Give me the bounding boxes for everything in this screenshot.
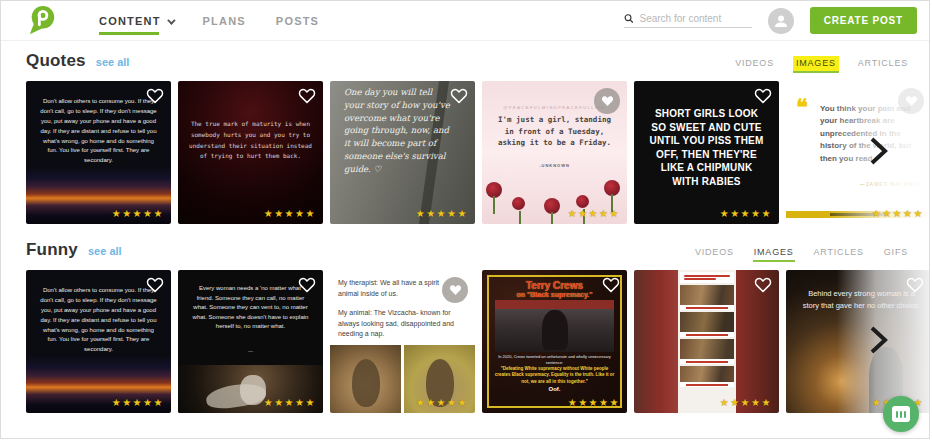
rose-decoration	[576, 195, 589, 208]
filter-articles[interactable]: ARTICLES	[857, 56, 909, 73]
collage-panel	[680, 285, 734, 310]
section-header: Funny see all VIDEOS IMAGES ARTICLES GIF…	[26, 240, 929, 262]
collage-panel	[680, 339, 734, 364]
favorite-heart-icon[interactable]	[442, 277, 468, 303]
app-window: CONTENT PLANS POSTS	[0, 0, 930, 439]
search-input[interactable]	[639, 13, 751, 24]
favorite-heart-icon[interactable]	[146, 88, 164, 108]
star-rating[interactable]: ★★★★★	[416, 397, 468, 408]
card-quote-text: Every woman needs a 'no matter what' fri…	[190, 284, 311, 332]
topbar-right-group: CREATE POST	[624, 7, 917, 34]
favorite-heart-icon[interactable]	[298, 88, 316, 108]
favorite-heart-icon[interactable]	[298, 277, 316, 297]
favorite-heart-icon[interactable]	[146, 277, 164, 297]
meme-title: Terry Crews	[493, 280, 616, 291]
card-attribution: -UNKNOWN	[482, 163, 627, 168]
content-card[interactable]: ★★★★★	[634, 270, 779, 413]
nav-item-plans[interactable]: PLANS	[203, 9, 246, 33]
section-title: Funny	[26, 240, 78, 260]
section-quotes: Quotes see all VIDEOS IMAGES ARTICLES Do…	[1, 51, 929, 224]
star-rating[interactable]: ★★★★★	[264, 397, 316, 408]
star-rating[interactable]: ★★★★★	[872, 208, 924, 219]
meme-subtitle: on "Black supremacy."	[493, 291, 616, 298]
card-photo-left	[330, 345, 401, 413]
content-card[interactable]: The true mark of maturity is when somebo…	[178, 81, 323, 224]
card-quote-text: Don't allow others to consume you. If th…	[38, 97, 159, 166]
filter-videos[interactable]: VIDEOS	[734, 56, 775, 73]
card-quote-text: The true mark of maturity is when somebo…	[188, 119, 313, 162]
meme-body-text: In 2020, Crews tweeted an unfortunate an…	[493, 354, 616, 365]
card-divider: —	[26, 336, 171, 342]
app-logo-icon[interactable]	[27, 5, 57, 37]
filter-gifs[interactable]: GIFS	[883, 245, 909, 262]
rose-decoration	[512, 197, 525, 210]
section-funny: Funny see all VIDEOS IMAGES ARTICLES GIF…	[1, 240, 929, 413]
active-nav-underline	[99, 32, 159, 35]
content-card[interactable]: Don't allow others to consume you. If th…	[26, 270, 171, 413]
top-navigation-bar: CONTENT PLANS POSTS	[1, 1, 929, 41]
favorite-heart-icon[interactable]	[754, 277, 772, 297]
meme-footer-text: Oof.	[493, 386, 616, 392]
star-rating[interactable]: ★★★★★	[720, 208, 772, 219]
search-box	[624, 13, 752, 28]
favorite-heart-icon[interactable]	[754, 88, 772, 108]
content-card[interactable]: SHORT GIRLS LOOK SO SWEET AND CUTE UNTIL…	[634, 81, 779, 224]
chat-launcher-button[interactable]	[883, 396, 919, 432]
carousel-next-arrow[interactable]	[867, 325, 889, 359]
person-icon	[773, 13, 789, 29]
content-card[interactable]: Don't allow others to consume you. If th…	[26, 81, 171, 224]
content-card[interactable]: My therapist: We all have a spirit anima…	[330, 270, 475, 413]
filter-articles[interactable]: ARTICLES	[813, 245, 865, 262]
see-all-link[interactable]: see all	[96, 56, 130, 68]
content-card[interactable]: ❝ You think your pain and your heartbrea…	[786, 81, 930, 224]
create-post-button[interactable]: CREATE POST	[810, 7, 917, 34]
card-text-line2: My animal: The Vizcacha- known for alway…	[338, 308, 467, 340]
search-icon	[624, 13, 634, 24]
chevron-down-icon	[167, 16, 175, 24]
nav-item-label: PLANS	[203, 15, 246, 27]
favorite-heart-icon[interactable]	[594, 88, 620, 114]
filter-videos[interactable]: VIDEOS	[694, 245, 735, 262]
section-title: Quotes	[26, 51, 86, 71]
nav-item-label: POSTS	[276, 15, 319, 27]
meme-quote-text: "Defeating White supremacy without White…	[493, 366, 616, 385]
rose-decoration	[486, 182, 502, 198]
star-rating[interactable]: ★★★★★	[568, 208, 620, 219]
collage-title-bar	[680, 272, 734, 283]
see-all-link[interactable]: see all	[88, 245, 122, 257]
favorite-heart-icon[interactable]	[450, 88, 468, 108]
content-card[interactable]: Behind every strong woman is a story tha…	[786, 270, 930, 413]
nav-item-posts[interactable]: POSTS	[276, 9, 319, 33]
card-quote-text: Don't allow others to consume you. If th…	[38, 286, 159, 355]
nav-item-content[interactable]: CONTENT	[99, 9, 173, 33]
star-rating[interactable]: ★★★★★	[416, 208, 468, 219]
star-rating[interactable]: ★★★★★	[568, 397, 620, 408]
rose-decoration	[544, 198, 560, 214]
star-rating[interactable]: ★★★★★	[112, 208, 164, 219]
content-card[interactable]: One day you will tell your story of how …	[330, 81, 475, 224]
user-avatar[interactable]	[768, 8, 794, 34]
filter-images[interactable]: IMAGES	[753, 245, 795, 262]
star-rating[interactable]: ★★★★★	[720, 397, 772, 408]
section-header: Quotes see all VIDEOS IMAGES ARTICLES	[26, 51, 929, 73]
card-divider: —	[178, 348, 323, 354]
star-rating[interactable]: ★★★★★	[264, 208, 316, 219]
card-divider: —	[26, 147, 171, 153]
star-rating[interactable]: ★★★★★	[112, 397, 164, 408]
main-nav: CONTENT PLANS POSTS	[99, 9, 319, 33]
content-card[interactable]: Terry Crews on "Black supremacy." In 202…	[482, 270, 627, 413]
card-text-line1: My therapist: We all have a spirit anima…	[338, 278, 451, 299]
favorite-heart-icon[interactable]	[898, 88, 924, 114]
filter-images[interactable]: IMAGES	[793, 56, 839, 73]
content-card[interactable]: @PEACEFULMINDPEACEFULLIFE I'm just a gir…	[482, 81, 627, 224]
favorite-heart-icon[interactable]	[602, 277, 620, 297]
meme-collage-strip	[678, 270, 736, 413]
collage-panel	[680, 366, 734, 387]
favorite-heart-icon[interactable]	[906, 277, 924, 297]
card-quote-text: One day you will tell your story of how …	[344, 86, 453, 175]
rose-decoration	[604, 180, 620, 196]
card-quote-text: I'm just a girl, standing in front of a …	[492, 114, 617, 149]
carousel-next-arrow[interactable]	[867, 136, 889, 170]
nav-item-label: CONTENT	[99, 15, 161, 27]
content-card[interactable]: Every woman needs a 'no matter what' fri…	[178, 270, 323, 413]
